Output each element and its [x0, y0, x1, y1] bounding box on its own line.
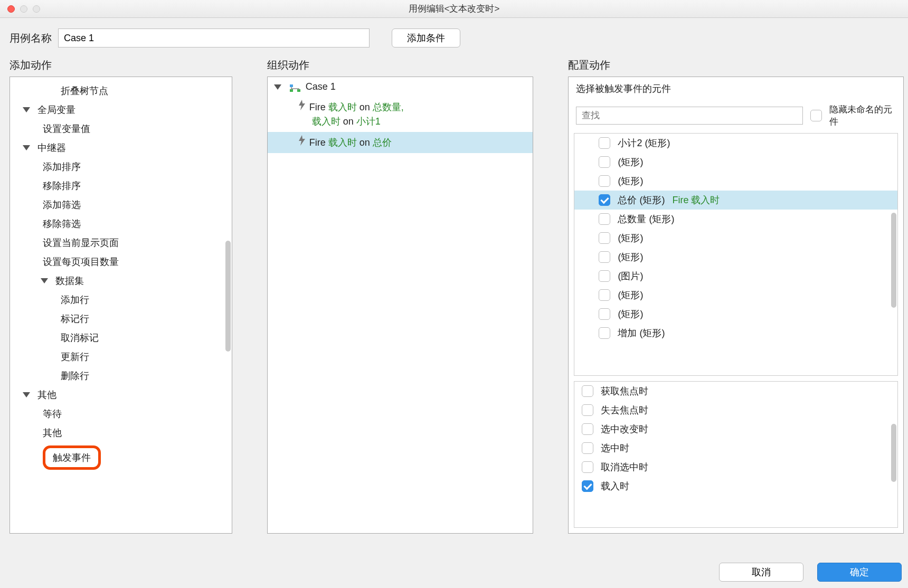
- widget-checkbox[interactable]: [599, 270, 610, 282]
- scrollbar[interactable]: [225, 241, 231, 352]
- action-mark-row[interactable]: 标记行: [10, 309, 232, 328]
- widget-checkbox[interactable]: [599, 327, 610, 339]
- chevron-down-icon: [23, 107, 30, 112]
- action-delete-row[interactable]: 删除行: [10, 366, 232, 385]
- event-checkbox[interactable]: [582, 480, 593, 492]
- add-action-pane: 折叠树节点 全局变量 设置变量值 中继器 添加排序 移除排序 添加筛选 移除筛选…: [10, 77, 232, 534]
- widget-checkbox[interactable]: [599, 289, 610, 301]
- fire-action-2[interactable]: Fire 载入时 on 总价: [268, 132, 533, 153]
- fire-event-name: 载入时: [328, 102, 357, 112]
- scrollbar[interactable]: [891, 213, 896, 308]
- widget-row[interactable]: (矩形): [574, 286, 897, 305]
- configure-action-pane: 选择被触发事件的元件 隐藏未命名的元件 小计2 (矩形)(矩形)(矩形)总价 (…: [568, 77, 904, 534]
- group-other[interactable]: 其他: [10, 385, 232, 404]
- chevron-down-icon: [274, 84, 281, 90]
- widget-label: 总数量 (矩形): [618, 213, 674, 225]
- widget-checkbox[interactable]: [599, 232, 610, 244]
- widget-row[interactable]: (矩形): [574, 229, 897, 248]
- action-wait[interactable]: 等待: [10, 404, 232, 423]
- widget-row[interactable]: 增加 (矩形): [574, 324, 897, 343]
- widget-row[interactable]: (矩形): [574, 248, 897, 267]
- minimize-window-icon[interactable]: [20, 5, 27, 13]
- on-text: on: [357, 102, 373, 112]
- action-other[interactable]: 其他: [10, 423, 232, 442]
- event-checkbox[interactable]: [582, 461, 593, 473]
- add-condition-button[interactable]: 添加条件: [392, 29, 460, 48]
- widget-label: 增加 (矩形): [618, 327, 665, 339]
- event-label: 获取焦点时: [601, 385, 648, 397]
- widget-label: (矩形): [618, 251, 643, 263]
- group-dataset-label: 数据集: [55, 274, 84, 287]
- action-add-sort[interactable]: 添加排序: [10, 157, 232, 176]
- widget-checkbox[interactable]: [599, 156, 610, 168]
- widget-row[interactable]: (矩形): [574, 305, 897, 324]
- case-name-label: 用例名称: [10, 31, 52, 45]
- widget-checkbox[interactable]: [599, 308, 610, 320]
- close-window-icon[interactable]: [7, 5, 15, 13]
- widget-label: 总价 (矩形): [618, 194, 665, 206]
- group-repeater-label: 中继器: [37, 141, 66, 154]
- action-remove-filter[interactable]: 移除筛选: [10, 214, 232, 233]
- widget-row[interactable]: 总价 (矩形) Fire 载入时: [574, 191, 897, 210]
- scrollbar[interactable]: [891, 424, 896, 482]
- event-row[interactable]: 选中时: [574, 439, 897, 458]
- widget-checkbox[interactable]: [599, 213, 610, 225]
- action-set-items-per-page[interactable]: 设置每页项目数量: [10, 252, 232, 271]
- widget-checkbox[interactable]: [599, 251, 610, 263]
- fire-action-1[interactable]: Fire 载入时 on 总数量, 载入时 on 小计1: [268, 97, 533, 132]
- widget-list: 小计2 (矩形)(矩形)(矩形)总价 (矩形) Fire 载入时总数量 (矩形)…: [574, 133, 898, 376]
- chevron-down-icon: [41, 278, 48, 283]
- event-row[interactable]: 载入时: [574, 477, 897, 496]
- group-repeater[interactable]: 中继器: [10, 138, 232, 157]
- svg-marker-4: [299, 135, 305, 146]
- event-label: 选中时: [601, 442, 629, 454]
- widget-checkbox[interactable]: [599, 137, 610, 149]
- action-unmark[interactable]: 取消标记: [10, 328, 232, 347]
- fire-prefix: Fire: [309, 137, 328, 148]
- action-add-row[interactable]: 添加行: [10, 290, 232, 309]
- event-checkbox[interactable]: [582, 423, 593, 435]
- event-checkbox[interactable]: [582, 385, 593, 397]
- action-add-filter[interactable]: 添加筛选: [10, 195, 232, 214]
- event-checkbox[interactable]: [582, 442, 593, 454]
- ok-button[interactable]: 确定: [817, 563, 902, 582]
- fire-event-name-2: 载入时: [312, 116, 340, 127]
- event-checkbox[interactable]: [582, 404, 593, 416]
- maximize-window-icon[interactable]: [33, 5, 40, 13]
- fire-event-name: 载入时: [328, 137, 357, 148]
- case-name-input[interactable]: [58, 29, 370, 48]
- widget-extra: Fire 载入时: [672, 194, 720, 206]
- organize-action-pane: Case 1 Fire 载入时 on 总数量, 载入时 on 小计1 Fire …: [267, 77, 534, 534]
- widget-checkbox[interactable]: [599, 194, 610, 206]
- action-remove-sort[interactable]: 移除排序: [10, 176, 232, 195]
- widget-search-input[interactable]: [576, 107, 803, 125]
- action-fire-event[interactable]: 触发事件: [10, 442, 232, 473]
- hide-unnamed-checkbox[interactable]: [810, 110, 822, 121]
- fire-target: 总数量,: [373, 102, 404, 112]
- event-label: 取消选中时: [601, 461, 648, 473]
- widget-row[interactable]: (矩形): [574, 153, 897, 172]
- chevron-down-icon: [23, 145, 30, 150]
- event-row[interactable]: 取消选中时: [574, 458, 897, 477]
- action-set-var[interactable]: 设置变量值: [10, 119, 232, 138]
- fire-prefix: Fire: [309, 102, 328, 112]
- fire-target: 总价: [373, 137, 392, 148]
- widget-row[interactable]: 总数量 (矩形): [574, 210, 897, 229]
- cancel-button[interactable]: 取消: [719, 563, 803, 582]
- case-row[interactable]: Case 1: [268, 77, 533, 97]
- group-global-var[interactable]: 全局变量: [10, 100, 232, 119]
- event-label: 失去焦点时: [601, 404, 648, 416]
- event-label: 载入时: [601, 480, 629, 492]
- widget-row[interactable]: (图片): [574, 267, 897, 286]
- action-collapse-tree[interactable]: 折叠树节点: [10, 81, 232, 100]
- widget-checkbox[interactable]: [599, 175, 610, 187]
- action-set-current-page[interactable]: 设置当前显示页面: [10, 233, 232, 252]
- action-update-row[interactable]: 更新行: [10, 347, 232, 366]
- event-row[interactable]: 获取焦点时: [574, 382, 897, 401]
- event-label: 选中改变时: [601, 423, 648, 435]
- widget-row[interactable]: (矩形): [574, 172, 897, 191]
- widget-row[interactable]: 小计2 (矩形): [574, 134, 897, 153]
- event-row[interactable]: 失去焦点时: [574, 401, 897, 420]
- event-row[interactable]: 选中改变时: [574, 420, 897, 439]
- group-dataset[interactable]: 数据集: [10, 271, 232, 290]
